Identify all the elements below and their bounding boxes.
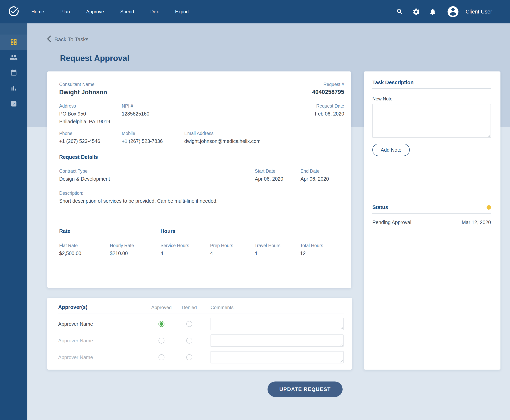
address-label: Address	[59, 103, 122, 109]
sidebar: ?	[0, 23, 27, 420]
travel-hours-value: 4	[254, 250, 300, 257]
description-text: Short description of services to be prov…	[59, 198, 344, 204]
task-panel: Task Description New Note Add Note Statu…	[364, 71, 501, 370]
divider	[160, 237, 344, 237]
service-hours-value: 4	[160, 250, 210, 257]
start-date-value: Apr 06, 2020	[255, 176, 300, 182]
nav-export[interactable]: Export	[175, 9, 189, 15]
top-navbar: Home Plan Approve Spend Dex Export	[0, 0, 510, 23]
approver-name: Approver Name	[58, 338, 148, 344]
flat-rate-value: $2,500.00	[59, 250, 110, 257]
approved-radio[interactable]	[159, 338, 164, 344]
approver-row: Approver Name	[58, 318, 343, 330]
contract-type-value: Design & Development	[59, 176, 255, 182]
notifications-bell-icon[interactable]	[429, 8, 436, 15]
request-number-label: Request #	[312, 82, 344, 87]
bar-chart-icon	[10, 84, 17, 93]
user-name[interactable]: Client User	[465, 9, 492, 15]
divider	[58, 313, 343, 313]
denied-radio[interactable]	[186, 354, 192, 360]
approved-radio[interactable]	[159, 321, 164, 327]
task-description-heading: Task Description	[372, 79, 491, 86]
page-title: Request Approval	[60, 54, 129, 63]
back-to-tasks-link[interactable]: Back To Tasks	[47, 35, 89, 44]
rate-heading: Rate	[59, 228, 151, 234]
request-date-label: Request Date	[315, 103, 344, 109]
sidebar-item-calendar[interactable]	[0, 66, 27, 81]
phone-label: Phone	[59, 131, 122, 136]
sidebar-item-reports[interactable]	[0, 81, 27, 97]
npi-value: 1285625160	[122, 111, 184, 117]
hours-heading: Hours	[160, 228, 344, 234]
check-circle-logo-icon	[8, 5, 20, 18]
address-line1: PO Box 950	[59, 111, 122, 117]
divider	[59, 237, 151, 237]
sidebar-item-people[interactable]	[0, 50, 27, 66]
nav-spend[interactable]: Spend	[120, 9, 134, 15]
people-icon	[10, 53, 18, 62]
comment-textarea[interactable]	[211, 335, 343, 346]
back-link-label: Back To Tasks	[54, 37, 89, 43]
divider	[59, 163, 344, 163]
denied-column-header: Denied	[175, 305, 203, 310]
status-text: Pending Approval	[372, 219, 411, 225]
approved-radio[interactable]	[159, 354, 164, 360]
prep-hours-label: Prep Hours	[210, 243, 254, 248]
approver-name: Approver Name	[58, 354, 148, 360]
approver-row: Approver Name	[58, 351, 343, 363]
comment-textarea[interactable]	[211, 352, 343, 363]
start-date-label: Start Date	[255, 169, 300, 174]
divider	[372, 88, 491, 89]
flat-rate-label: Flat Rate	[59, 243, 110, 248]
total-hours-value: 12	[300, 250, 344, 257]
chevron-left-icon	[47, 35, 51, 44]
app-logo[interactable]	[0, 5, 27, 18]
request-card: Consultant Name Dwight Johnson Request #…	[47, 71, 351, 288]
hourly-rate-value: $210.00	[110, 250, 151, 257]
request-approval-page: Home Plan Approve Spend Dex Export	[0, 0, 510, 420]
nav-dex[interactable]: Dex	[150, 9, 159, 15]
description-label: Description:	[59, 191, 344, 196]
mobile-value: +1 (267) 523-7836	[122, 138, 184, 144]
sidebar-top-strip	[0, 23, 27, 35]
dashboard-grid-icon	[10, 38, 17, 46]
mobile-label: Mobile	[122, 131, 184, 136]
sidebar-item-dashboard[interactable]	[0, 35, 27, 50]
consultant-name: Dwight Johnson	[59, 89, 107, 96]
email-label: Email Address	[184, 131, 260, 136]
nav-plan[interactable]: Plan	[60, 9, 70, 15]
request-number: 4040258795	[312, 89, 344, 95]
approved-column-header: Approved	[148, 305, 175, 310]
comment-textarea[interactable]	[211, 318, 343, 330]
update-request-button[interactable]: UPDATE REQUEST	[267, 382, 343, 397]
denied-radio[interactable]	[186, 338, 192, 344]
address-line2: Philadelphia, PA 19019	[59, 118, 122, 125]
search-icon[interactable]	[396, 8, 403, 15]
new-note-textarea[interactable]	[373, 105, 491, 137]
phone-value: +1 (267) 523-4546	[59, 138, 122, 144]
add-note-button[interactable]: Add Note	[372, 144, 410, 156]
navbar-actions: Client User	[396, 5, 510, 18]
approvers-card: Approver(s) Approved Denied Comments App…	[47, 298, 352, 370]
request-details-heading: Request Details	[59, 154, 344, 160]
total-hours-label: Total Hours	[300, 243, 344, 248]
denied-radio[interactable]	[186, 321, 192, 327]
end-date-label: End Date	[300, 169, 344, 174]
status-heading: Status	[372, 204, 388, 210]
consultant-name-label: Consultant Name	[59, 82, 107, 87]
email-value: dwight.johnson@medicalhelix.com	[184, 138, 260, 144]
status-date: Mar 12, 2020	[462, 219, 491, 225]
prep-hours-value: 4	[210, 250, 254, 257]
new-note-label: New Note	[372, 96, 491, 102]
npi-label: NPI #	[122, 103, 184, 109]
approver-name: Approver Name	[58, 321, 148, 327]
comments-column-header: Comments	[211, 305, 343, 310]
calendar-icon	[10, 69, 17, 77]
settings-gear-icon[interactable]	[412, 8, 420, 16]
user-avatar[interactable]	[446, 5, 460, 18]
sidebar-item-help[interactable]: ?	[0, 97, 27, 112]
nav-home[interactable]: Home	[31, 9, 44, 15]
help-icon: ?	[10, 100, 17, 108]
nav-approve[interactable]: Approve	[86, 9, 104, 15]
end-date-value: Apr 06, 2020	[300, 176, 344, 182]
